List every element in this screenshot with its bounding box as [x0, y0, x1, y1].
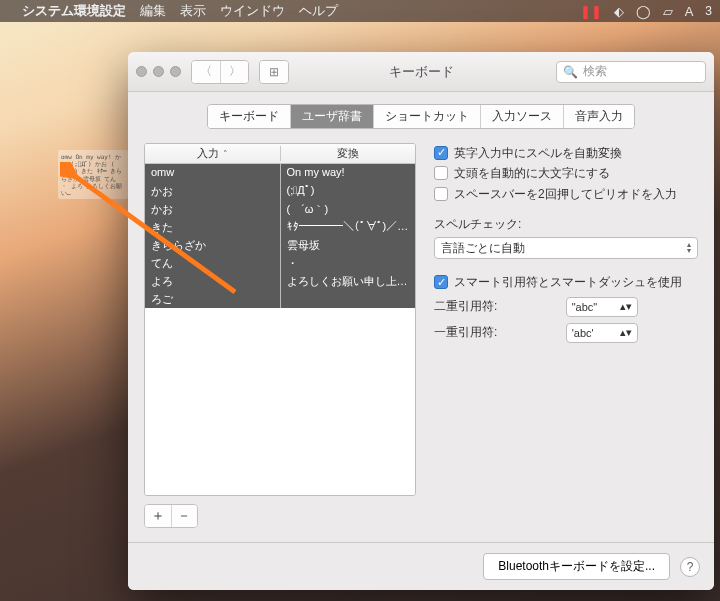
- spellcheck-label: スペルチェック:: [434, 216, 698, 233]
- show-all-button[interactable]: ⊞: [259, 60, 289, 84]
- forward-button[interactable]: 〉: [220, 61, 248, 83]
- syspref-window: 〈 〉 ⊞ キーボード 🔍 検索 キーボード ユーザ辞書 ショートカット 入力ソ…: [128, 52, 714, 590]
- single-quote-label: 一重引用符:: [434, 324, 558, 341]
- table-row[interactable]: きたｷﾀ━━━━＼(ﾟ∀ﾟ)／━…: [145, 218, 415, 236]
- adobe-icon[interactable]: A: [685, 4, 694, 19]
- menu-help[interactable]: ヘルプ: [299, 2, 338, 20]
- table-row[interactable]: ろご: [145, 290, 415, 308]
- spellcheck-popup[interactable]: 言語ごとに自動 ▴▾: [434, 237, 698, 259]
- sort-indicator-icon: ˄: [223, 149, 228, 159]
- tab-keyboard[interactable]: キーボード: [208, 105, 290, 128]
- notification-badge[interactable]: 3: [705, 4, 712, 18]
- tab-text[interactable]: ユーザ辞書: [290, 105, 373, 128]
- menu-view[interactable]: 表示: [180, 2, 206, 20]
- tab-dictation[interactable]: 音声入力: [563, 105, 634, 128]
- titlebar: 〈 〉 ⊞ キーボード 🔍 検索: [128, 52, 714, 92]
- search-field[interactable]: 🔍 検索: [556, 61, 706, 83]
- table-row[interactable]: てん・: [145, 254, 415, 272]
- chevron-updown-icon: ▴▾: [620, 300, 632, 313]
- checkbox-autospell[interactable]: ✓: [434, 146, 448, 160]
- table-row[interactable]: omwOn my way!: [145, 164, 415, 182]
- tab-input[interactable]: 入力ソース: [480, 105, 563, 128]
- table-row[interactable]: よろよろしくお願い申し上げま…: [145, 272, 415, 290]
- search-placeholder: 検索: [583, 63, 607, 80]
- help-button[interactable]: ?: [680, 557, 700, 577]
- window-footer: Bluetoothキーボードを設定... ?: [128, 542, 714, 590]
- menu-window[interactable]: ウインドウ: [220, 2, 285, 20]
- table-row[interactable]: かお( ´ω｀): [145, 200, 415, 218]
- tab-bar: キーボード ユーザ辞書 ショートカット 入力ソース 音声入力: [128, 92, 714, 139]
- double-quote-popup[interactable]: "abc"▴▾: [566, 297, 638, 317]
- nav-back-forward[interactable]: 〈 〉: [191, 60, 249, 84]
- pause-icon[interactable]: ❚❚: [580, 4, 602, 19]
- checkbox-smart-quotes[interactable]: ✓: [434, 275, 448, 289]
- tab-shortcuts[interactable]: ショートカット: [373, 105, 480, 128]
- app-name[interactable]: システム環境設定: [22, 2, 126, 20]
- checkbox-capitalize[interactable]: [434, 166, 448, 180]
- dropbox-icon[interactable]: ⬖: [614, 4, 624, 19]
- table-row[interactable]: きららざか雲母坂: [145, 236, 415, 254]
- table-row[interactable]: かお(;ﾟДﾟ): [145, 182, 415, 200]
- menubar: システム環境設定 編集 表示 ウインドウ ヘルプ ❚❚ ⬖ ◯ ▱ A 3: [0, 0, 720, 22]
- col-output[interactable]: 変換: [280, 144, 415, 163]
- add-remove-segment[interactable]: ＋ －: [144, 504, 198, 528]
- traffic-lights[interactable]: [136, 66, 181, 77]
- cloud-icon[interactable]: ◯: [636, 4, 651, 19]
- checkbox-double-space[interactable]: [434, 187, 448, 201]
- substitution-table[interactable]: 入力˄ 変換 omwOn my way!かお(;ﾟДﾟ)かお( ´ω｀)きたｷﾀ…: [144, 143, 416, 496]
- col-input[interactable]: 入力˄: [145, 144, 280, 163]
- double-quote-label: 二重引用符:: [434, 298, 558, 315]
- drag-preview: omw On my way! かお (;ﾟДﾟ) かお ( ´ω｀) きた ｷﾀ…: [58, 150, 128, 199]
- hat-icon[interactable]: ▱: [663, 4, 673, 19]
- bluetooth-setup-button[interactable]: Bluetoothキーボードを設定...: [483, 553, 670, 580]
- chevron-updown-icon: ▴▾: [687, 243, 691, 254]
- single-quote-popup[interactable]: 'abc'▴▾: [566, 323, 638, 343]
- remove-button[interactable]: －: [171, 505, 198, 527]
- chevron-updown-icon: ▴▾: [620, 326, 632, 339]
- back-button[interactable]: 〈: [192, 61, 220, 83]
- search-icon: 🔍: [563, 65, 578, 79]
- menu-edit[interactable]: 編集: [140, 2, 166, 20]
- add-button[interactable]: ＋: [145, 505, 171, 527]
